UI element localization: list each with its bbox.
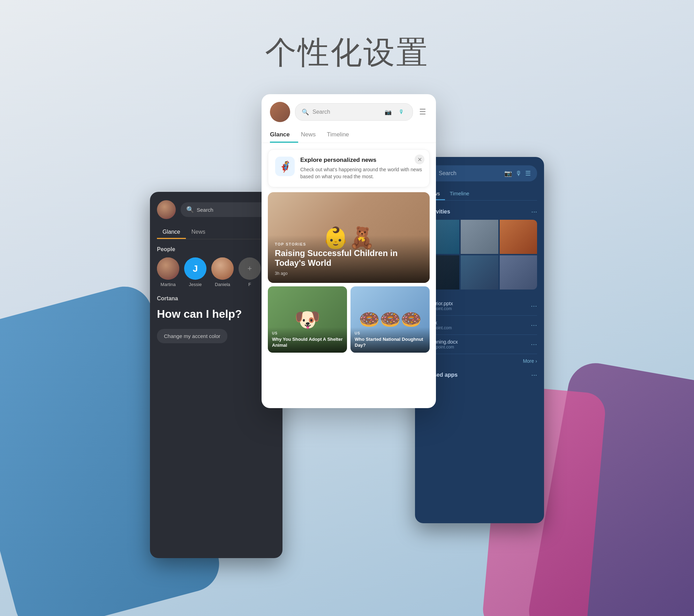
person-name-f: F: [248, 282, 251, 287]
people-section-label: People: [157, 246, 276, 253]
small-news-donut[interactable]: 🍩🍩🍩 US Who Started National Doughnut Day…: [350, 286, 430, 353]
cards-wrapper: 🔍 Search Glance News People Martina J Je…: [0, 94, 694, 460]
photo-cell-2: [461, 220, 498, 254]
promo-text: Explore personalized news Check out what…: [300, 157, 422, 180]
activities-header: Actitivities ···: [422, 208, 537, 216]
dark-search-placeholder: Search: [197, 207, 213, 213]
activities-section: Actitivities ···: [422, 208, 537, 290]
main-tab-glance[interactable]: Glance: [270, 128, 298, 143]
main-card-header: 🔍 Search 📷 🎙 ☰: [262, 94, 436, 128]
promo-card: 🦸 Explore personalized news Check out wh…: [268, 149, 430, 187]
cortana-label: Cortana: [157, 295, 276, 302]
settings-icon-blue[interactable]: ☰: [525, 170, 531, 177]
used-apps-section: Focised apps ···: [422, 371, 537, 379]
used-apps-header: Focised apps ···: [422, 371, 537, 379]
cortana-section: Cortana How can I help? Change my accent…: [157, 295, 276, 343]
cortana-question: How can I help?: [157, 307, 276, 321]
people-row: Martina J Jessie Daniela + F: [157, 257, 276, 287]
small-news-donut-tag: US: [355, 331, 425, 335]
blue-search-text: Search: [439, 170, 501, 176]
avatar-dark: [157, 200, 176, 219]
hero-news-tag: TOP STORIES: [275, 242, 423, 246]
hero-news-title: Raising Successful Children in Today's W…: [275, 248, 423, 269]
dark-tabs: Glance News: [157, 226, 276, 239]
file-item-3[interactable]: s_Planning.docx o.sharepoint.com ⋯: [422, 335, 537, 354]
photo-cell-3: [500, 220, 537, 254]
small-news-pet-tag: US: [272, 331, 343, 335]
donut-icon: 🍩🍩🍩: [359, 310, 422, 329]
person-daniela[interactable]: Daniela: [211, 257, 234, 287]
hero-news-time: 3h ago: [275, 271, 423, 276]
main-tab-timeline[interactable]: Timeline: [327, 128, 357, 143]
person-name-martina: Martina: [160, 282, 175, 287]
dark-tab-news[interactable]: News: [186, 226, 211, 239]
main-tabs: Glance News Timeline: [262, 128, 436, 143]
more-link[interactable]: More ›: [422, 358, 537, 364]
photo-grid: [422, 220, 537, 290]
promo-icon: 🦸: [275, 157, 295, 176]
file-more-1[interactable]: ⋯: [531, 302, 537, 310]
person-name-jessie: Jessie: [189, 282, 202, 287]
avatar-main: [270, 102, 290, 122]
blue-search-bar[interactable]: 🔍 Search 📷 🎙 ☰: [422, 165, 537, 181]
settings-icon[interactable]: ☰: [418, 107, 428, 117]
photo-cell-5: [461, 255, 498, 290]
file-item-2[interactable]: ng.xlsx .sharepoint.com ⋯: [422, 316, 537, 335]
mic-icon[interactable]: 🎙: [397, 107, 406, 117]
file-item-1[interactable]: o_Interior.pptx .sharepoint.com ⋯: [422, 296, 537, 316]
avatar-daniela: [211, 257, 234, 280]
person-jessie[interactable]: J Jessie: [184, 257, 206, 287]
avatar-jessie: J: [184, 257, 206, 280]
dark-tab-glance[interactable]: Glance: [157, 226, 186, 239]
small-news-donut-overlay: US Who Started National Doughnut Day?: [350, 327, 430, 353]
promo-close-button[interactable]: ✕: [415, 155, 424, 164]
page-title: 个性化设置: [0, 0, 694, 74]
person-martina[interactable]: Martina: [157, 257, 179, 287]
small-news-donut-title: Who Started National Doughnut Day?: [355, 337, 425, 348]
small-news-pet-overlay: US Why You Should Adopt A Shelter Animal: [268, 327, 347, 353]
dark-card-header: 🔍 Search: [157, 200, 276, 219]
search-icon-main: 🔍: [302, 108, 309, 116]
blue-tabs: News Timeline: [422, 188, 537, 201]
activities-more-button[interactable]: ···: [531, 208, 537, 216]
promo-title: Explore personalized news: [300, 157, 422, 164]
file-list: o_Interior.pptx .sharepoint.com ⋯ ng.xls…: [422, 296, 537, 364]
avatar-f: +: [239, 257, 261, 280]
search-icon-dark: 🔍: [186, 206, 194, 213]
person-name-daniela: Daniela: [215, 282, 230, 287]
camera-icon[interactable]: 📷: [383, 107, 393, 117]
file-more-2[interactable]: ⋯: [531, 321, 537, 329]
main-search-bar[interactable]: 🔍 Search 📷 🎙: [295, 103, 413, 121]
person-f[interactable]: + F: [239, 257, 261, 287]
chevron-right-icon: ›: [535, 358, 537, 364]
blue-tab-timeline[interactable]: Timeline: [445, 188, 474, 200]
photo-cell-6: [500, 255, 537, 290]
cortana-accent-button[interactable]: Change my accent color: [157, 329, 227, 343]
avatar-image-dark: [157, 200, 176, 219]
more-label: More: [523, 358, 534, 364]
hero-news-overlay: TOP STORIES Raising Successful Children …: [268, 235, 430, 283]
main-search-text: Search: [312, 109, 380, 115]
used-apps-more-button[interactable]: ···: [531, 371, 537, 379]
hero-news-card[interactable]: 👶🧸 TOP STORIES Raising Successful Childr…: [268, 192, 430, 283]
promo-description: Check out what's happening around the wo…: [300, 166, 422, 180]
main-tab-news[interactable]: News: [301, 128, 324, 143]
small-news-pet-title: Why You Should Adopt A Shelter Animal: [272, 337, 343, 348]
small-news-pet[interactable]: 🐶 US Why You Should Adopt A Shelter Anim…: [268, 286, 347, 353]
main-card: 🔍 Search 📷 🎙 ☰ Glance News Timeline 🦸 Ex…: [262, 94, 436, 408]
file-more-3[interactable]: ⋯: [531, 340, 537, 348]
camera-icon-blue[interactable]: 📷: [504, 170, 512, 177]
avatar-martina: [157, 257, 179, 280]
small-news-row: 🐶 US Why You Should Adopt A Shelter Anim…: [268, 286, 430, 353]
mic-icon-blue[interactable]: 🎙: [515, 170, 522, 177]
